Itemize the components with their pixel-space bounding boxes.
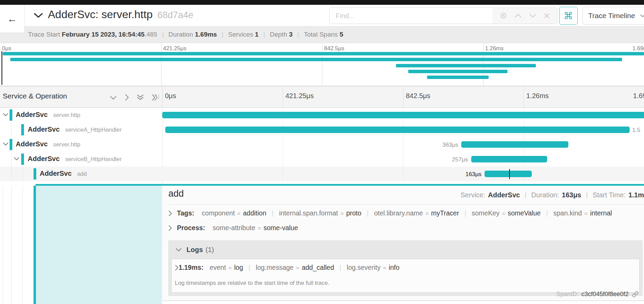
prev-match-button[interactable] <box>515 14 521 18</box>
meta-value: 1.1m <box>628 191 644 199</box>
timeline-gridline <box>283 152 283 167</box>
meta-value: 163μs <box>562 191 581 199</box>
span-row-track: 1.5 <box>162 122 644 137</box>
meta-separator: | <box>586 191 588 199</box>
span-service-name: AdderSvcserver.http <box>16 111 80 119</box>
expand-one-button[interactable] <box>125 94 129 101</box>
kv-key: log.severity <box>347 264 381 271</box>
trace-view-label: Trace Timeline <box>588 12 635 20</box>
selected-span-color-bar <box>34 186 36 304</box>
page-title: AdderSvc: server.http68d7a4e <box>48 8 193 21</box>
find-controls <box>492 8 557 24</box>
logs-accordion[interactable]: Logs (1) <box>169 241 642 259</box>
log-timestamp: 1.19ms: <box>179 264 204 272</box>
kv-separator: | <box>339 264 341 271</box>
trace-name: AdderSvc: server.http <box>48 8 153 21</box>
focus-match-button[interactable] <box>500 12 507 19</box>
command-icon: ⌘ <box>564 10 573 22</box>
span-duration-bar[interactable] <box>485 171 532 177</box>
process-label: Process: <box>177 224 205 232</box>
minimap-gridline <box>322 43 322 86</box>
span-row-name[interactable]: AdderSvcserviceA_HttpHandler <box>0 122 162 137</box>
find-input[interactable] <box>330 8 492 24</box>
tags-accordion[interactable]: Tags: component=addition|internal.span.f… <box>168 209 643 217</box>
span-detail-panel: add Service:AdderSvc|Duration:163μs|Star… <box>163 186 644 301</box>
tag-item: someKey=someValue <box>472 209 541 217</box>
logs-count: (1) <box>206 246 214 254</box>
indent-guide <box>11 122 12 137</box>
clear-search-button[interactable] <box>544 13 550 18</box>
timeline-gridline <box>403 167 403 181</box>
tags-list: component=addition|internal.span.format=… <box>202 209 612 217</box>
link-icon[interactable] <box>632 291 639 298</box>
collapse-one-button[interactable] <box>110 95 117 100</box>
span-collapse-toggle[interactable] <box>3 142 9 146</box>
minimap-span-bar <box>408 70 507 73</box>
stat-value: 3 <box>289 31 293 38</box>
span-row: AdderSvcadd163μs <box>0 167 644 181</box>
kv-equals: = <box>237 210 241 217</box>
timeline-gridline <box>283 137 283 152</box>
indent-guide <box>23 186 23 304</box>
meta-label: Start Time: <box>593 191 626 199</box>
ruler-tick-label: 1.69ms <box>633 92 644 100</box>
process-accordion[interactable]: Process: some-attribute=some-value <box>168 224 643 232</box>
indent-guide <box>11 167 12 181</box>
stat-item: Services 1 <box>228 31 259 38</box>
trace-id-short: 68d7a4e <box>157 10 193 20</box>
span-duration-bar[interactable] <box>162 112 644 118</box>
ruler-tick-label: 842.5μs <box>406 92 430 100</box>
span-row-name[interactable]: AdderSvcserver.http <box>0 108 162 122</box>
stat-item: Depth 3 <box>270 31 293 38</box>
selected-span-highlight[interactable] <box>36 186 162 304</box>
trace-view-dropdown[interactable]: Trace Timeline <box>582 7 644 25</box>
span-color-bar <box>10 139 12 150</box>
minimap-tick-label: 1.26ms <box>485 45 504 52</box>
column-resizer[interactable]: || <box>156 93 160 100</box>
span-row-track: 257μs <box>162 152 644 167</box>
timeline-minimap[interactable]: 0μs421.25μs842.5μs1.26ms1.69ms <box>0 43 644 86</box>
kv-value: add_called <box>302 264 334 271</box>
stat-separator: | <box>222 31 223 38</box>
span-color-bar <box>21 124 24 135</box>
kv-key: event <box>210 264 226 271</box>
collapse-all-button[interactable] <box>137 94 144 101</box>
back-button[interactable]: ← <box>0 5 25 33</box>
timeline-gridline <box>403 137 403 152</box>
ruler-gridline <box>283 86 283 107</box>
keyboard-shortcuts-button[interactable]: ⌘ <box>559 7 578 25</box>
log-entry-accordion[interactable]: 1.19ms: event=log|log.message=add_called… <box>175 264 399 272</box>
next-match-button[interactable] <box>529 14 536 18</box>
trace-stats-bar: Trace Start February 15 2023, 16:54:45.4… <box>0 26 644 43</box>
minimap-gridline <box>161 43 162 86</box>
span-row-name[interactable]: AdderSvcadd <box>0 167 162 181</box>
indent-guide <box>11 186 12 304</box>
timeline-ruler: 0μs421.25μs842.5μs1.26ms1.69ms <box>162 86 644 107</box>
span-duration-bar[interactable] <box>165 127 630 133</box>
kv-key: span.kind <box>553 209 582 217</box>
trace-collapse-toggle[interactable] <box>34 12 43 18</box>
span-row-track <box>162 108 644 122</box>
ruler-tick-label: 0μs <box>165 92 176 100</box>
kv-value: log <box>234 264 243 271</box>
kv-equals: = <box>425 210 429 217</box>
span-row-name[interactable]: AdderSvcserviceB_HttpHandler <box>0 152 162 167</box>
span-row-name[interactable]: AdderSvcserver.http <box>0 137 162 152</box>
span-operation-name: server.http <box>53 141 80 148</box>
span-rows: AdderSvcserver.httpAdderSvcserviceA_Http… <box>0 108 644 184</box>
span-collapse-toggle[interactable] <box>14 157 20 161</box>
span-id-value: c3cf045f0f8ee0f2 <box>581 291 629 298</box>
stat-item: Duration 1.69ms <box>168 31 217 38</box>
log-entry: 1.19ms: event=log|log.message=add_called… <box>171 259 640 293</box>
chevron-right-icon <box>175 265 179 271</box>
span-collapse-toggle[interactable] <box>3 113 9 117</box>
span-duration-bar[interactable] <box>471 156 547 162</box>
tags-label: Tags: <box>177 209 194 217</box>
stat-separator: | <box>162 31 164 38</box>
meta-separator: | <box>525 191 526 199</box>
span-duration-bar[interactable] <box>461 141 568 148</box>
minimap-drag-handle[interactable] <box>1 51 2 85</box>
stat-separator: | <box>297 31 299 38</box>
log-event-marker[interactable] <box>509 169 510 179</box>
stat-suffix: .485 <box>144 31 157 38</box>
